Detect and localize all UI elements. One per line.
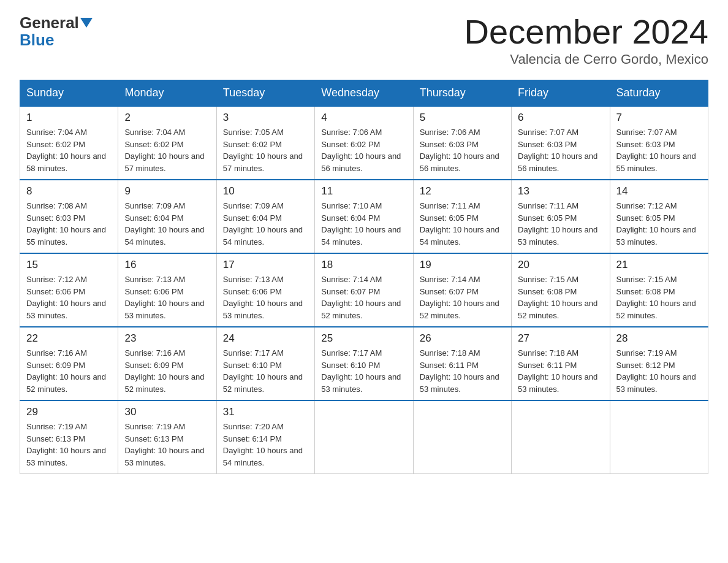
table-row: 2 Sunrise: 7:04 AM Sunset: 6:02 PM Dayli… — [118, 106, 216, 180]
day-number: 26 — [420, 332, 505, 345]
day-number: 11 — [321, 185, 406, 197]
day-info: Sunrise: 7:10 AM Sunset: 6:04 PM Dayligh… — [321, 200, 406, 248]
day-info: Sunrise: 7:19 AM Sunset: 6:12 PM Dayligh… — [616, 347, 702, 395]
day-info: Sunrise: 7:14 AM Sunset: 6:07 PM Dayligh… — [321, 274, 406, 321]
header-saturday: Saturday — [610, 80, 708, 107]
day-number: 14 — [616, 185, 702, 197]
day-info: Sunrise: 7:19 AM Sunset: 6:13 PM Dayligh… — [124, 421, 210, 469]
day-number: 25 — [321, 332, 406, 345]
day-number: 6 — [518, 112, 603, 124]
day-info: Sunrise: 7:05 AM Sunset: 6:02 PM Dayligh… — [223, 126, 308, 174]
day-info: Sunrise: 7:06 AM Sunset: 6:02 PM Dayligh… — [321, 126, 406, 174]
day-number: 30 — [124, 406, 210, 418]
day-info: Sunrise: 7:16 AM Sunset: 6:09 PM Dayligh… — [124, 347, 210, 395]
table-row: 9 Sunrise: 7:09 AM Sunset: 6:04 PM Dayli… — [118, 180, 216, 253]
weekday-header-row: Sunday Monday Tuesday Wednesday Thursday… — [20, 80, 708, 107]
table-row: 14 Sunrise: 7:12 AM Sunset: 6:05 PM Dayl… — [610, 180, 708, 253]
day-number: 16 — [124, 259, 210, 271]
day-number: 5 — [420, 112, 505, 124]
header-sunday: Sunday — [20, 80, 118, 107]
day-number: 24 — [223, 332, 308, 345]
table-row: 7 Sunrise: 7:07 AM Sunset: 6:03 PM Dayli… — [610, 106, 708, 180]
logo-triangle-icon — [80, 18, 93, 28]
header-wednesday: Wednesday — [315, 80, 413, 107]
day-info: Sunrise: 7:11 AM Sunset: 6:05 PM Dayligh… — [420, 200, 505, 248]
calendar-week-row: 15 Sunrise: 7:12 AM Sunset: 6:06 PM Dayl… — [20, 253, 708, 327]
table-row: 25 Sunrise: 7:17 AM Sunset: 6:10 PM Dayl… — [315, 327, 413, 400]
table-row — [315, 400, 413, 474]
day-info: Sunrise: 7:15 AM Sunset: 6:08 PM Dayligh… — [616, 274, 702, 321]
day-info: Sunrise: 7:14 AM Sunset: 6:07 PM Dayligh… — [420, 274, 505, 321]
header-monday: Monday — [118, 80, 216, 107]
table-row: 18 Sunrise: 7:14 AM Sunset: 6:07 PM Dayl… — [315, 253, 413, 327]
table-row: 29 Sunrise: 7:19 AM Sunset: 6:13 PM Dayl… — [20, 400, 118, 474]
table-row: 27 Sunrise: 7:18 AM Sunset: 6:11 PM Dayl… — [512, 327, 610, 400]
day-number: 10 — [223, 185, 308, 197]
day-number: 12 — [420, 185, 505, 197]
day-info: Sunrise: 7:06 AM Sunset: 6:03 PM Dayligh… — [420, 126, 505, 174]
day-number: 13 — [518, 185, 603, 197]
day-number: 19 — [420, 259, 505, 271]
day-number: 22 — [26, 332, 112, 345]
day-number: 15 — [26, 259, 112, 271]
day-info: Sunrise: 7:09 AM Sunset: 6:04 PM Dayligh… — [223, 200, 308, 248]
day-info: Sunrise: 7:09 AM Sunset: 6:04 PM Dayligh… — [124, 200, 210, 248]
day-info: Sunrise: 7:19 AM Sunset: 6:13 PM Dayligh… — [26, 421, 112, 469]
table-row — [413, 400, 511, 474]
day-info: Sunrise: 7:18 AM Sunset: 6:11 PM Dayligh… — [420, 347, 505, 395]
day-info: Sunrise: 7:17 AM Sunset: 6:10 PM Dayligh… — [321, 347, 406, 395]
day-number: 17 — [223, 259, 308, 271]
day-info: Sunrise: 7:07 AM Sunset: 6:03 PM Dayligh… — [518, 126, 603, 174]
month-title: December 2024 — [464, 15, 708, 49]
location-title: Valencia de Cerro Gordo, Mexico — [464, 52, 708, 67]
table-row: 4 Sunrise: 7:06 AM Sunset: 6:02 PM Dayli… — [315, 106, 413, 180]
table-row: 22 Sunrise: 7:16 AM Sunset: 6:09 PM Dayl… — [20, 327, 118, 400]
table-row: 10 Sunrise: 7:09 AM Sunset: 6:04 PM Dayl… — [216, 180, 314, 253]
calendar-week-row: 1 Sunrise: 7:04 AM Sunset: 6:02 PM Dayli… — [20, 106, 708, 180]
logo: General Blue — [20, 15, 94, 50]
table-row: 19 Sunrise: 7:14 AM Sunset: 6:07 PM Dayl… — [413, 253, 511, 327]
table-row: 23 Sunrise: 7:16 AM Sunset: 6:09 PM Dayl… — [118, 327, 216, 400]
logo-blue-text: Blue — [20, 31, 54, 50]
calendar-week-row: 29 Sunrise: 7:19 AM Sunset: 6:13 PM Dayl… — [20, 400, 708, 474]
table-row: 8 Sunrise: 7:08 AM Sunset: 6:03 PM Dayli… — [20, 180, 118, 253]
day-info: Sunrise: 7:04 AM Sunset: 6:02 PM Dayligh… — [124, 126, 210, 174]
day-number: 8 — [26, 185, 112, 197]
logo-general-text: General — [20, 15, 79, 31]
day-info: Sunrise: 7:16 AM Sunset: 6:09 PM Dayligh… — [26, 347, 112, 395]
day-info: Sunrise: 7:11 AM Sunset: 6:05 PM Dayligh… — [518, 200, 603, 248]
day-number: 9 — [124, 185, 210, 197]
day-number: 1 — [26, 112, 112, 124]
table-row: 11 Sunrise: 7:10 AM Sunset: 6:04 PM Dayl… — [315, 180, 413, 253]
day-info: Sunrise: 7:15 AM Sunset: 6:08 PM Dayligh… — [518, 274, 603, 321]
day-info: Sunrise: 7:12 AM Sunset: 6:05 PM Dayligh… — [616, 200, 702, 248]
table-row — [610, 400, 708, 474]
table-row: 26 Sunrise: 7:18 AM Sunset: 6:11 PM Dayl… — [413, 327, 511, 400]
day-info: Sunrise: 7:12 AM Sunset: 6:06 PM Dayligh… — [26, 274, 112, 321]
day-info: Sunrise: 7:13 AM Sunset: 6:06 PM Dayligh… — [124, 274, 210, 321]
day-number: 2 — [124, 112, 210, 124]
day-number: 28 — [616, 332, 702, 345]
table-row: 20 Sunrise: 7:15 AM Sunset: 6:08 PM Dayl… — [512, 253, 610, 327]
day-number: 21 — [616, 259, 702, 271]
day-number: 31 — [223, 406, 308, 418]
day-info: Sunrise: 7:04 AM Sunset: 6:02 PM Dayligh… — [26, 126, 112, 174]
day-number: 27 — [518, 332, 603, 345]
table-row: 30 Sunrise: 7:19 AM Sunset: 6:13 PM Dayl… — [118, 400, 216, 474]
title-section: December 2024 Valencia de Cerro Gordo, M… — [464, 15, 708, 67]
day-info: Sunrise: 7:18 AM Sunset: 6:11 PM Dayligh… — [518, 347, 603, 395]
table-row: 6 Sunrise: 7:07 AM Sunset: 6:03 PM Dayli… — [512, 106, 610, 180]
table-row: 15 Sunrise: 7:12 AM Sunset: 6:06 PM Dayl… — [20, 253, 118, 327]
table-row: 17 Sunrise: 7:13 AM Sunset: 6:06 PM Dayl… — [216, 253, 314, 327]
table-row: 3 Sunrise: 7:05 AM Sunset: 6:02 PM Dayli… — [216, 106, 314, 180]
table-row: 21 Sunrise: 7:15 AM Sunset: 6:08 PM Dayl… — [610, 253, 708, 327]
day-number: 23 — [124, 332, 210, 345]
header-friday: Friday — [512, 80, 610, 107]
day-number: 4 — [321, 112, 406, 124]
header-tuesday: Tuesday — [216, 80, 314, 107]
calendar-week-row: 8 Sunrise: 7:08 AM Sunset: 6:03 PM Dayli… — [20, 180, 708, 253]
day-info: Sunrise: 7:13 AM Sunset: 6:06 PM Dayligh… — [223, 274, 308, 321]
day-info: Sunrise: 7:07 AM Sunset: 6:03 PM Dayligh… — [616, 126, 702, 174]
calendar-table: Sunday Monday Tuesday Wednesday Thursday… — [20, 80, 708, 474]
header-thursday: Thursday — [413, 80, 511, 107]
